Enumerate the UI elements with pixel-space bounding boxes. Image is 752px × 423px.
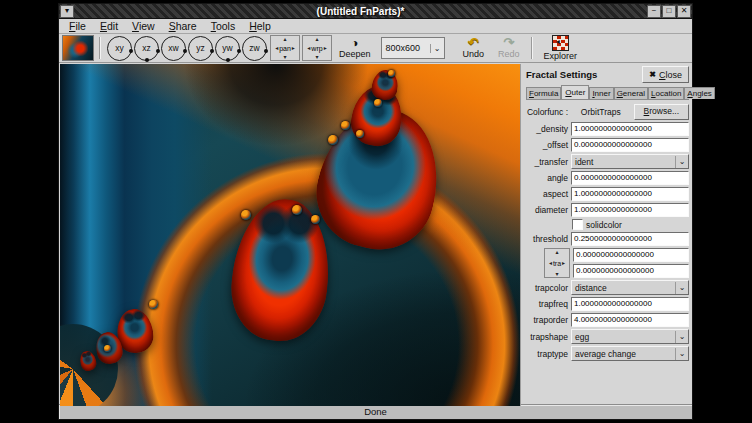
rotate-yw-button[interactable]: yw (215, 36, 240, 61)
pan-left-icon[interactable]: ◂ (275, 45, 278, 51)
pan-control[interactable]: ▴ ◂ pan ▸ ▾ (270, 35, 300, 61)
rotate-handle-icon (129, 49, 133, 53)
diameter-field[interactable]: 1.0000000000000000 (571, 203, 689, 217)
deepen-button[interactable]: ◑ Deepen (334, 37, 376, 59)
menu-item-help[interactable]: Help (242, 20, 278, 33)
pan-right-icon[interactable]: ▸ (292, 45, 295, 51)
fractal-canvas[interactable] (60, 64, 521, 406)
resolution-value: 800x600 (382, 43, 430, 53)
menu-bar: FileEditViewShareToolsHelp (59, 19, 692, 34)
settings-row-tra: ▴◂tra▸▾0.00000000000000000.0000000000000… (526, 248, 689, 278)
panel-close-button[interactable]: ✖ Close (642, 66, 689, 83)
fractal-bead (356, 130, 364, 138)
window-menu-icon[interactable]: ▾ (60, 5, 74, 18)
fractal-settings-panel: Fractal Settings ✖ Close FormulaOuterInn… (524, 63, 692, 404)
rotate-zw-button[interactable]: zw (242, 36, 267, 61)
chevron-down-icon[interactable]: ⌄ (675, 348, 688, 360)
rotate-handle-icon (156, 49, 160, 53)
undo-button[interactable]: ↶ Undo (457, 37, 491, 59)
_offset-label: _offset (526, 140, 568, 150)
tra-left-icon[interactable]: ◂ (549, 260, 552, 266)
fractal-bead (311, 215, 320, 224)
rotate-xz-button[interactable]: xz (134, 36, 159, 61)
pan-down-icon[interactable]: ▾ (283, 54, 286, 60)
settings-row-trapshape: trapshapeegg⌄ (526, 329, 689, 344)
settings-row-transfer: _transferident⌄ (526, 154, 689, 169)
settings-rows: Colorfunc :OrbitTrapsBrowse..._density1.… (526, 104, 689, 404)
tra-up-icon[interactable]: ▴ (555, 249, 558, 255)
tab-inner[interactable]: Inner (589, 87, 613, 99)
colorfunc-label: Colorfunc : (526, 107, 568, 117)
app-window: ▾ (Untitled FnParts)* − □ ✕ FileEditView… (58, 3, 693, 420)
chevron-down-icon[interactable]: ⌄ (430, 44, 444, 53)
menu-item-view[interactable]: View (125, 20, 162, 33)
menu-item-edit[interactable]: Edit (93, 20, 125, 33)
offset-field[interactable]: 0.0000000000000000 (571, 138, 689, 152)
rotate-xw-button[interactable]: xw (161, 36, 186, 61)
title-bar[interactable]: ▾ (Untitled FnParts)* − □ ✕ (59, 4, 692, 19)
fractal-bead (341, 121, 350, 130)
warp-right-icon[interactable]: ▸ (324, 45, 327, 51)
trapcolor-dropdown[interactable]: distance⌄ (571, 280, 689, 295)
chevron-down-icon[interactable]: ⌄ (675, 156, 688, 168)
panel-title: Fractal Settings (526, 69, 597, 80)
rotate-handle-icon (145, 58, 149, 62)
minimize-icon[interactable]: − (647, 5, 661, 18)
tra-down-icon[interactable]: ▾ (555, 271, 558, 277)
chevron-down-icon[interactable]: ⌄ (675, 282, 688, 294)
warp-up-icon[interactable]: ▴ (315, 36, 318, 42)
explorer-icon: ◂ (552, 35, 569, 51)
trapfreq-field[interactable]: 1.0000000000000000 (571, 297, 689, 311)
explorer-button[interactable]: ◂ Explorer (538, 35, 584, 61)
trapshape-dropdown[interactable]: egg⌄ (571, 329, 689, 344)
warp-control[interactable]: ▴ ◂ wrp ▸ ▾ (302, 35, 332, 61)
close-icon[interactable]: ✕ (677, 5, 691, 18)
settings-row-trapfreq: trapfreq1.0000000000000000 (526, 297, 689, 311)
maximize-icon[interactable]: □ (662, 5, 676, 18)
settings-row-colorfunc: Colorfunc :OrbitTrapsBrowse... (526, 104, 689, 120)
diameter-label: diameter (526, 205, 568, 215)
transfer-dropdown[interactable]: ident⌄ (571, 154, 689, 169)
tab-location[interactable]: Location (648, 87, 684, 99)
warp-down-icon[interactable]: ▾ (315, 54, 318, 60)
deepen-label: Deepen (339, 49, 371, 59)
solidcolor-checkbox[interactable] (572, 219, 583, 230)
settings-row-diameter: diameter1.0000000000000000 (526, 203, 689, 217)
chevron-down-icon[interactable]: ⌄ (675, 331, 688, 343)
menu-item-file[interactable]: File (62, 20, 93, 33)
fractal-thumbnail-button[interactable] (62, 35, 94, 61)
fractal-bead (388, 70, 395, 77)
tra-right-icon[interactable]: ▸ (562, 260, 565, 266)
resolution-dropdown[interactable]: 800x600 ⌄ (381, 37, 445, 59)
tra-field-0[interactable]: 0.0000000000000000 (573, 248, 689, 262)
tab-formula[interactable]: Formula (526, 87, 561, 99)
rotate-handle-icon (226, 58, 230, 62)
rotate-yz-button[interactable]: yz (188, 36, 213, 61)
redo-icon: ↷ (503, 37, 514, 49)
settings-tabs: FormulaOuterInnerGeneralLocationAngles (526, 84, 689, 100)
pan-up-icon[interactable]: ▴ (283, 36, 286, 42)
tra-mid: ◂tra▸ (549, 260, 565, 267)
rotate-xy-button[interactable]: xy (107, 36, 132, 61)
threshold-field[interactable]: 0.2500000000000000 (571, 232, 689, 246)
settings-row-traporder: traporder4.0000000000000000 (526, 313, 689, 327)
trapcolor-value: distance (572, 283, 675, 293)
fractal-bead (104, 345, 111, 352)
tra-control[interactable]: ▴◂tra▸▾ (544, 248, 570, 278)
traporder-field[interactable]: 4.0000000000000000 (571, 313, 689, 327)
menu-item-share[interactable]: Share (162, 20, 204, 33)
browse-button[interactable]: Browse... (634, 104, 689, 120)
density-field[interactable]: 1.0000000000000000 (571, 122, 689, 136)
aspect-field[interactable]: 1.0000000000000000 (571, 187, 689, 201)
menu-item-tools[interactable]: Tools (204, 20, 243, 33)
tab-outer[interactable]: Outer (561, 85, 589, 99)
traptype-value: average change (572, 349, 675, 359)
angle-field[interactable]: 0.0000000000000000 (571, 171, 689, 185)
tra-label: tra (553, 260, 561, 267)
tra-field-1[interactable]: 0.0000000000000000 (573, 264, 689, 278)
warp-left-icon[interactable]: ◂ (307, 45, 310, 51)
trapcolor-label: trapcolor (526, 283, 568, 293)
traptype-dropdown[interactable]: average change⌄ (571, 346, 689, 361)
tab-general[interactable]: General (614, 87, 648, 99)
tab-angles[interactable]: Angles (684, 87, 714, 99)
